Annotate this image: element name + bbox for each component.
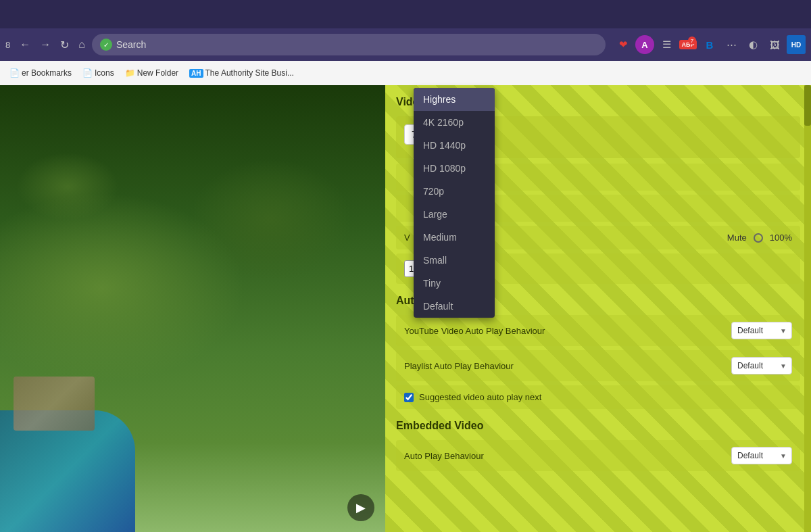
bookmark-other[interactable]: 📄 er Bookmarks	[5, 67, 76, 79]
forward-button[interactable]: →	[37, 36, 53, 53]
bookmark-label: er Bookmarks	[22, 68, 72, 78]
quality-dropdown[interactable]: Highres 4K 2160p HD 1440p HD 1080p 720p …	[414, 88, 495, 318]
bookmark-folder-icon: 📄	[82, 68, 93, 78]
dropdown-item-small[interactable]: Small	[414, 249, 495, 272]
embedded-video-title: Embedded Video	[396, 420, 800, 432]
playlist-autoplay-select[interactable]: Default Disabled Enabled	[731, 357, 792, 374]
nav-bar: 8 ← → ↻ ⌂ ✓ Search ❤ A ☰ ABP 7 B ⋯ ◐ 🖼 H…	[0, 28, 811, 61]
dropdown-item-default[interactable]: Default	[414, 295, 495, 318]
bing-icon[interactable]: B	[700, 35, 719, 54]
search-icon: ✓	[100, 39, 112, 51]
embedded-autoplay-select[interactable]: Default Disabled Enabled	[731, 447, 792, 464]
playlist-autoplay-select-wrapper: Default Disabled Enabled ▼	[731, 357, 792, 374]
embedded-autoplay-label: Auto Play Behaviour	[404, 451, 484, 461]
dropdown-item-hd1440[interactable]: HD 1440p	[414, 134, 495, 157]
dropdown-item-4k[interactable]: 4K 2160p	[414, 111, 495, 134]
volume-percent: 100%	[770, 233, 792, 243]
search-text: Search	[116, 39, 146, 50]
bookmark-icon: 📄	[9, 68, 20, 78]
video-play-overlay[interactable]: ▶	[347, 494, 374, 521]
dropdown-item-hd1080[interactable]: HD 1080p	[414, 157, 495, 180]
bookmark-icons-label: Icons	[95, 68, 114, 78]
bookmark-authority[interactable]: AH The Authority Site Busi...	[185, 67, 298, 79]
dropdown-item-highres[interactable]: Highres	[414, 88, 495, 111]
profile-icon[interactable]: ◐	[743, 35, 762, 54]
search-bar[interactable]: ✓ Search	[92, 34, 606, 55]
authority-icon: AH	[189, 69, 203, 78]
tab-bar	[0, 0, 811, 28]
suggested-video-checkbox[interactable]	[404, 393, 414, 402]
pocket-icon[interactable]: ❤	[614, 35, 633, 54]
bookmark-icons[interactable]: 📄 Icons	[78, 67, 118, 79]
dropdown-item-720p[interactable]: 720p	[414, 180, 495, 203]
screenshot-icon[interactable]: 🖼	[765, 35, 784, 54]
embedded-separator: Embedded Video	[396, 420, 800, 432]
dropdown-item-medium[interactable]: Medium	[414, 226, 495, 249]
more-icon[interactable]: ⋯	[722, 35, 741, 54]
youtube-autoplay-label: YouTube Video Auto Play Behaviour	[404, 326, 545, 336]
youtube-autoplay-row: YouTube Video Auto Play Behaviour Defaul…	[396, 315, 800, 346]
scrollbar-thumb[interactable]	[804, 85, 811, 126]
authority-label: The Authority Site Busi...	[205, 68, 294, 78]
volume-radio[interactable]	[754, 233, 763, 243]
reload-button[interactable]: ↻	[57, 36, 72, 54]
new-folder-label: New Folder	[137, 68, 178, 78]
dropdown-item-tiny[interactable]: Tiny	[414, 272, 495, 295]
account-icon[interactable]: A	[635, 35, 654, 54]
mute-button[interactable]: Mute	[727, 233, 747, 243]
toolbar-icons: ❤ A ☰ ABP 7 B ⋯ ◐ 🖼 HD	[614, 35, 806, 54]
main-content: ▶ Video Quality Highres 4K 2160p HD 1440…	[0, 85, 811, 532]
scrollbar-track[interactable]	[804, 85, 811, 532]
hd-icon[interactable]: HD	[787, 35, 806, 54]
youtube-autoplay-select[interactable]: Default Disabled Enabled	[731, 322, 792, 339]
bookmark-new-folder[interactable]: 📁 New Folder	[121, 67, 182, 79]
suggested-video-label: Suggested video auto play next	[419, 392, 541, 402]
home-button[interactable]: ⌂	[76, 36, 88, 53]
adblock-icon[interactable]: ABP 7	[679, 35, 697, 54]
video-background	[0, 85, 385, 532]
playlist-autoplay-label: Playlist Auto Play Behaviour	[404, 361, 514, 371]
suggested-video-row: Suggested video auto play next	[396, 385, 800, 409]
bookmarks-bar: 📄 er Bookmarks 📄 Icons 📁 New Folder AH T…	[0, 61, 811, 85]
youtube-autoplay-select-wrapper: Default Disabled Enabled ▼	[731, 322, 792, 339]
buildings	[14, 377, 95, 431]
folder-icon: 📁	[125, 68, 135, 78]
reader-view-icon[interactable]: ☰	[657, 35, 676, 54]
playlist-autoplay-row: Playlist Auto Play Behaviour Default Dis…	[396, 350, 800, 381]
back-button[interactable]: ←	[17, 36, 33, 53]
dropdown-item-large[interactable]: Large	[414, 203, 495, 226]
embedded-autoplay-select-wrapper: Default Disabled Enabled ▼	[731, 447, 792, 464]
embedded-autoplay-row: Auto Play Behaviour Default Disabled Ena…	[396, 440, 800, 471]
browser-chrome: 8 ← → ↻ ⌂ ✓ Search ❤ A ☰ ABP 7 B ⋯ ◐ 🖼 H…	[0, 0, 811, 61]
video-area: ▶	[0, 85, 385, 532]
adblock-badge: 7	[688, 37, 696, 45]
clock: 8	[5, 40, 10, 50]
